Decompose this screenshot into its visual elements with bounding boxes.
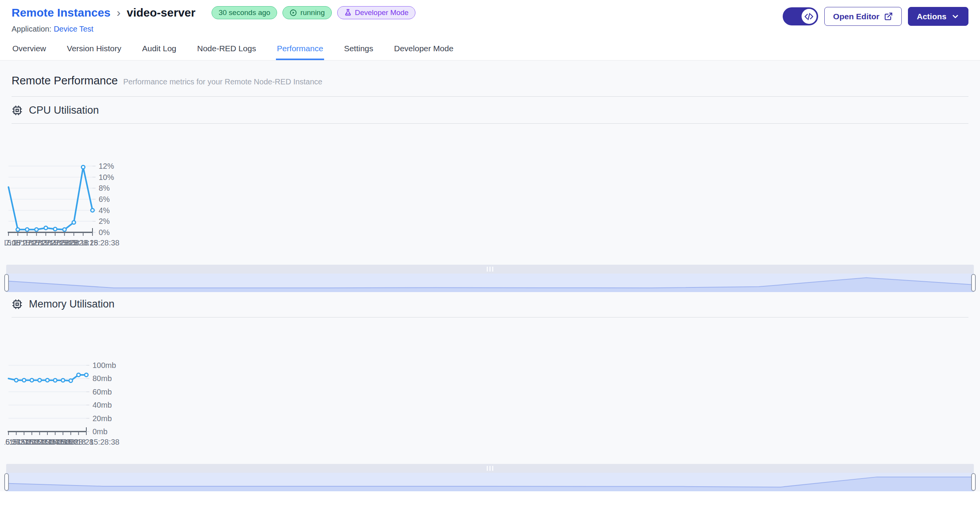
application-link[interactable]: Device Test [54, 25, 93, 33]
tab-audit-log[interactable]: Audit Log [141, 37, 177, 60]
tab-overview[interactable]: Overview [12, 37, 47, 60]
status-badge: running [282, 6, 331, 19]
brush-handle-right[interactable] [971, 473, 976, 491]
developer-mode-label: Developer Mode [355, 8, 408, 17]
instance-tabs: Overview Version History Audit Log Node-… [0, 37, 980, 60]
svg-text:0%: 0% [99, 228, 110, 237]
tab-performance[interactable]: Performance [276, 37, 324, 60]
flask-icon [344, 9, 352, 17]
memory-brush-minichart [6, 473, 974, 491]
brush-track[interactable] [6, 274, 974, 292]
svg-text:0mb: 0mb [92, 427, 108, 436]
application-row: Application:Device Test [12, 25, 415, 34]
application-label: Application: [12, 25, 51, 33]
brush-drag-bar[interactable] [6, 265, 974, 274]
tab-developer-mode[interactable]: Developer Mode [393, 37, 454, 60]
status-label: running [300, 8, 324, 17]
open-editor-label: Open Editor [833, 12, 879, 21]
play-circle-icon [289, 9, 297, 17]
grip-icon [487, 466, 493, 471]
brush-handle-right[interactable] [971, 274, 976, 292]
code-icon [804, 12, 814, 21]
toggle-knob [802, 9, 817, 24]
brush-drag-bar[interactable] [6, 464, 974, 473]
svg-text:100mb: 100mb [92, 361, 116, 370]
svg-text:8%: 8% [99, 184, 110, 192]
breadcrumb-current-instance: video-server [127, 6, 195, 19]
external-link-icon [884, 12, 893, 21]
svg-text:15:28:28: 15:28:28 [64, 438, 94, 446]
svg-text:10%: 10% [99, 173, 114, 181]
last-seen-label: 30 seconds ago [219, 8, 270, 17]
page-title: Remote Performance [12, 74, 118, 87]
svg-text:12%: 12% [99, 162, 114, 170]
divider [12, 123, 968, 124]
cpu-chip-icon [12, 105, 23, 116]
cpu-section-title: CPU Utilisation [29, 104, 99, 116]
breadcrumb: Remote Instances › video-server 30 secon… [12, 6, 415, 19]
brush-handle-left[interactable] [4, 274, 9, 292]
svg-text:6%: 6% [99, 195, 110, 203]
memory-utilisation-chart: 0mb20mb40mb60mb80mb100mb6:5815:27:0815:2… [5, 360, 120, 448]
page-subtitle: Performance metrics for your Remote Node… [123, 77, 323, 86]
cpu-utilisation-section: CPU Utilisation 0%2%4%6%8%10%12%7:0815:2… [12, 104, 968, 292]
instance-header: Remote Instances › video-server 30 secon… [0, 0, 980, 37]
svg-text:15:28:38: 15:28:38 [89, 239, 119, 247]
actions-button[interactable]: Actions [908, 7, 968, 26]
brush-track[interactable] [6, 473, 974, 491]
tab-settings[interactable]: Settings [343, 37, 374, 60]
brush-handle-left[interactable] [4, 473, 9, 491]
memory-chart-range-brush[interactable] [6, 464, 974, 491]
divider [12, 317, 968, 317]
cpu-brush-minichart [6, 274, 974, 292]
memory-utilisation-section: Memory Utilisation 0mb20mb40mb60mb80mb10… [12, 298, 968, 491]
chevron-right-icon: › [116, 6, 121, 19]
cpu-chip-icon [12, 299, 23, 310]
svg-text:20mb: 20mb [92, 414, 112, 423]
last-seen-badge: 30 seconds ago [212, 6, 277, 19]
svg-text:15:28:38: 15:28:38 [89, 438, 119, 446]
svg-text:2%: 2% [99, 217, 110, 225]
grip-icon [487, 267, 493, 272]
svg-text:4%: 4% [99, 206, 110, 215]
tab-node-red-logs[interactable]: Node-RED Logs [197, 37, 257, 60]
developer-mode-toggle[interactable] [783, 7, 818, 25]
tab-version-history[interactable]: Version History [66, 37, 122, 60]
divider [12, 96, 968, 97]
performance-page: Remote Performance Performance metrics f… [0, 60, 980, 491]
cpu-chart-range-brush[interactable] [6, 265, 974, 292]
svg-text:80mb: 80mb [92, 374, 112, 383]
developer-mode-badge: Developer Mode [337, 6, 415, 19]
actions-label: Actions [917, 12, 946, 21]
cpu-utilisation-chart: 0%2%4%6%8%10%12%7:0815:27:1815:27:2815:2… [5, 161, 120, 249]
open-editor-button[interactable]: Open Editor [824, 7, 902, 26]
memory-section-title: Memory Utilisation [29, 298, 114, 310]
breadcrumb-remote-instances[interactable]: Remote Instances [12, 6, 111, 19]
svg-text:40mb: 40mb [92, 401, 112, 409]
chevron-down-icon [951, 12, 960, 21]
svg-text:60mb: 60mb [92, 388, 112, 396]
